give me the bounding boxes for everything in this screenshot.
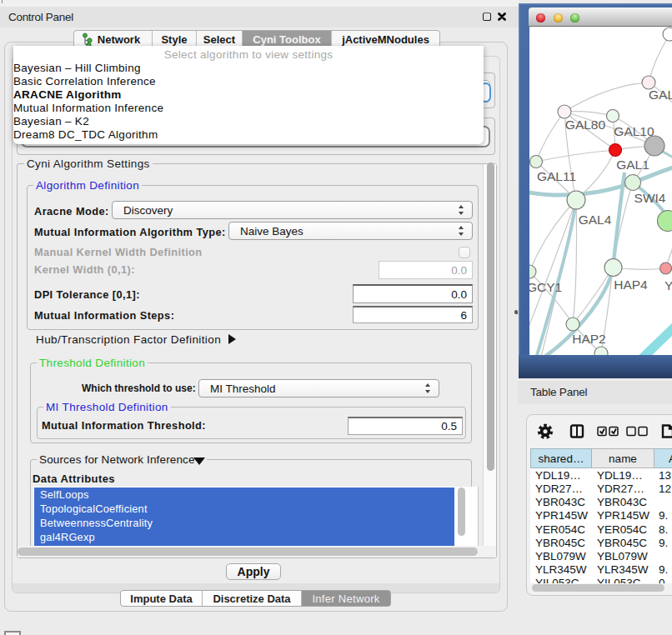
- svg-text:HAP2: HAP2: [572, 332, 606, 346]
- svg-text:GAL7: GAL7: [649, 88, 672, 102]
- svg-text:GAL4: GAL4: [579, 212, 612, 227]
- svg-text:GAL1: GAL1: [616, 158, 649, 172]
- svg-text:SWI4: SWI4: [634, 191, 666, 205]
- svg-text:GCY1: GCY1: [529, 280, 562, 294]
- svg-text:Y: Y: [664, 278, 672, 292]
- svg-text:HAP4: HAP4: [614, 278, 648, 292]
- svg-text:GAL80: GAL80: [565, 118, 606, 132]
- svg-text:GAL11: GAL11: [537, 169, 576, 183]
- svg-text:GAL10: GAL10: [614, 124, 654, 138]
